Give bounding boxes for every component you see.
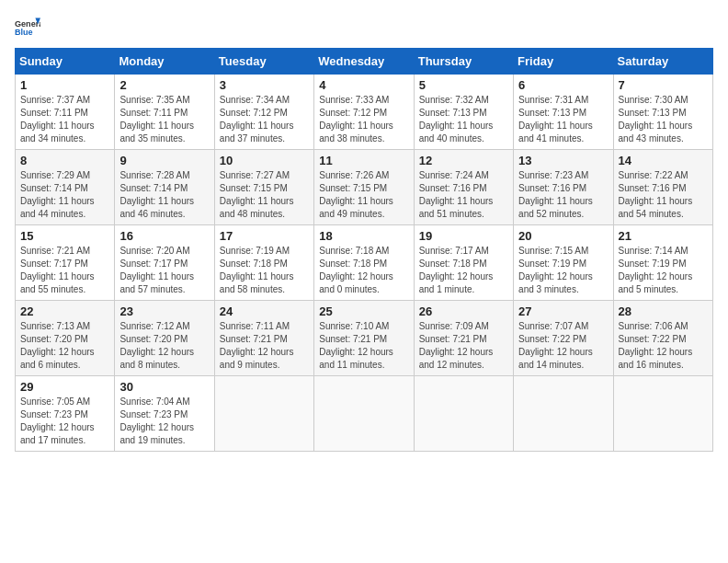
day-info: Sunrise: 7:24 AM Sunset: 7:16 PM Dayligh… [419,169,508,221]
calendar-cell: 8Sunrise: 7:29 AM Sunset: 7:14 PM Daylig… [16,150,115,225]
calendar-cell: 19Sunrise: 7:17 AM Sunset: 7:18 PM Dayli… [414,225,513,301]
calendar-cell: 24Sunrise: 7:11 AM Sunset: 7:21 PM Dayli… [214,301,313,376]
calendar-week-1: 1Sunrise: 7:37 AM Sunset: 7:11 PM Daylig… [16,75,713,150]
calendar-cell: 15Sunrise: 7:21 AM Sunset: 7:17 PM Dayli… [16,225,115,301]
calendar-cell: 1Sunrise: 7:37 AM Sunset: 7:11 PM Daylig… [16,75,115,150]
day-number: 6 [518,78,608,92]
calendar-cell: 14Sunrise: 7:22 AM Sunset: 7:16 PM Dayli… [613,150,712,225]
calendar-cell: 16Sunrise: 7:20 AM Sunset: 7:17 PM Dayli… [115,225,214,301]
calendar-cell [214,376,313,452]
calendar-header-tuesday: Tuesday [214,49,313,75]
day-number: 27 [518,304,608,318]
day-info: Sunrise: 7:07 AM Sunset: 7:22 PM Dayligh… [518,320,608,372]
day-info: Sunrise: 7:13 AM Sunset: 7:20 PM Dayligh… [20,320,109,372]
calendar-header-wednesday: Wednesday [314,49,414,75]
day-info: Sunrise: 7:17 AM Sunset: 7:18 PM Dayligh… [419,245,508,296]
day-info: Sunrise: 7:14 AM Sunset: 7:19 PM Dayligh… [619,245,708,296]
calendar-cell: 20Sunrise: 7:15 AM Sunset: 7:19 PM Dayli… [514,225,613,301]
calendar-cell: 6Sunrise: 7:31 AM Sunset: 7:13 PM Daylig… [514,75,613,150]
calendar-cell: 29Sunrise: 7:05 AM Sunset: 7:23 PM Dayli… [16,376,115,452]
calendar-cell: 21Sunrise: 7:14 AM Sunset: 7:19 PM Dayli… [613,225,712,301]
day-number: 24 [220,304,309,318]
day-number: 15 [20,229,109,243]
day-info: Sunrise: 7:19 AM Sunset: 7:18 PM Dayligh… [220,245,309,296]
day-number: 20 [518,229,608,243]
calendar-cell: 23Sunrise: 7:12 AM Sunset: 7:20 PM Dayli… [115,301,214,376]
calendar-cell: 12Sunrise: 7:24 AM Sunset: 7:16 PM Dayli… [414,150,513,225]
day-number: 7 [619,78,708,92]
day-number: 25 [319,304,408,318]
day-info: Sunrise: 7:04 AM Sunset: 7:23 PM Dayligh… [119,396,209,447]
day-info: Sunrise: 7:15 AM Sunset: 7:19 PM Dayligh… [518,245,608,296]
calendar-header-thursday: Thursday [414,49,513,75]
calendar-header-monday: Monday [115,49,214,75]
calendar-cell: 11Sunrise: 7:26 AM Sunset: 7:15 PM Dayli… [314,150,414,225]
day-info: Sunrise: 7:18 AM Sunset: 7:18 PM Dayligh… [319,245,408,296]
calendar-cell [314,376,414,452]
day-info: Sunrise: 7:06 AM Sunset: 7:22 PM Dayligh… [619,320,708,372]
day-number: 26 [419,304,508,318]
calendar-cell [414,376,513,452]
day-number: 14 [619,154,708,167]
day-number: 16 [119,229,209,243]
day-info: Sunrise: 7:37 AM Sunset: 7:11 PM Dayligh… [20,94,109,145]
svg-text:Blue: Blue [15,28,33,37]
calendar-cell: 2Sunrise: 7:35 AM Sunset: 7:11 PM Daylig… [115,75,214,150]
day-info: Sunrise: 7:09 AM Sunset: 7:21 PM Dayligh… [419,320,508,372]
calendar-header-row: SundayMondayTuesdayWednesdayThursdayFrid… [16,49,713,75]
day-info: Sunrise: 7:33 AM Sunset: 7:12 PM Dayligh… [319,94,408,145]
day-info: Sunrise: 7:27 AM Sunset: 7:15 PM Dayligh… [220,169,309,221]
calendar-cell: 9Sunrise: 7:28 AM Sunset: 7:14 PM Daylig… [115,150,214,225]
day-number: 4 [319,78,408,92]
calendar-cell: 18Sunrise: 7:18 AM Sunset: 7:18 PM Dayli… [314,225,414,301]
day-info: Sunrise: 7:29 AM Sunset: 7:14 PM Dayligh… [20,169,109,221]
day-number: 13 [518,154,608,167]
day-number: 19 [419,229,508,243]
calendar-table: SundayMondayTuesdayWednesdayThursdayFrid… [15,48,713,452]
day-info: Sunrise: 7:34 AM Sunset: 7:12 PM Dayligh… [220,94,309,145]
calendar-cell: 26Sunrise: 7:09 AM Sunset: 7:21 PM Dayli… [414,301,513,376]
calendar-cell: 3Sunrise: 7:34 AM Sunset: 7:12 PM Daylig… [214,75,313,150]
calendar-week-3: 15Sunrise: 7:21 AM Sunset: 7:17 PM Dayli… [16,225,713,301]
day-info: Sunrise: 7:10 AM Sunset: 7:21 PM Dayligh… [319,320,408,372]
day-info: Sunrise: 7:11 AM Sunset: 7:21 PM Dayligh… [220,320,309,372]
logo: General Blue [15,15,40,40]
day-info: Sunrise: 7:28 AM Sunset: 7:14 PM Dayligh… [119,169,209,221]
calendar-week-2: 8Sunrise: 7:29 AM Sunset: 7:14 PM Daylig… [16,150,713,225]
calendar-cell: 13Sunrise: 7:23 AM Sunset: 7:16 PM Dayli… [514,150,613,225]
calendar-cell: 7Sunrise: 7:30 AM Sunset: 7:13 PM Daylig… [613,75,712,150]
calendar-cell: 28Sunrise: 7:06 AM Sunset: 7:22 PM Dayli… [613,301,712,376]
day-number: 12 [419,154,508,167]
day-number: 5 [419,78,508,92]
calendar-cell: 4Sunrise: 7:33 AM Sunset: 7:12 PM Daylig… [314,75,414,150]
day-number: 8 [20,154,109,167]
calendar-header-friday: Friday [514,49,613,75]
day-number: 21 [619,229,708,243]
day-number: 9 [119,154,209,167]
day-number: 3 [220,78,309,92]
day-info: Sunrise: 7:35 AM Sunset: 7:11 PM Dayligh… [119,94,209,145]
day-number: 17 [220,229,309,243]
calendar-header-sunday: Sunday [16,49,115,75]
day-info: Sunrise: 7:05 AM Sunset: 7:23 PM Dayligh… [20,396,109,447]
day-number: 18 [319,229,408,243]
day-info: Sunrise: 7:22 AM Sunset: 7:16 PM Dayligh… [619,169,708,221]
calendar-cell: 5Sunrise: 7:32 AM Sunset: 7:13 PM Daylig… [414,75,513,150]
day-number: 22 [20,304,109,318]
calendar-cell: 17Sunrise: 7:19 AM Sunset: 7:18 PM Dayli… [214,225,313,301]
day-number: 28 [619,304,708,318]
calendar-header-saturday: Saturday [613,49,712,75]
logo-icon: General Blue [15,15,40,40]
calendar-cell [514,376,613,452]
day-info: Sunrise: 7:30 AM Sunset: 7:13 PM Dayligh… [619,94,708,145]
calendar-cell: 22Sunrise: 7:13 AM Sunset: 7:20 PM Dayli… [16,301,115,376]
calendar-week-4: 22Sunrise: 7:13 AM Sunset: 7:20 PM Dayli… [16,301,713,376]
day-info: Sunrise: 7:31 AM Sunset: 7:13 PM Dayligh… [518,94,608,145]
day-number: 30 [119,380,209,394]
page-header: General Blue [15,15,713,40]
day-info: Sunrise: 7:26 AM Sunset: 7:15 PM Dayligh… [319,169,408,221]
calendar-cell [613,376,712,452]
day-number: 23 [119,304,209,318]
day-info: Sunrise: 7:20 AM Sunset: 7:17 PM Dayligh… [119,245,209,296]
calendar-cell: 10Sunrise: 7:27 AM Sunset: 7:15 PM Dayli… [214,150,313,225]
